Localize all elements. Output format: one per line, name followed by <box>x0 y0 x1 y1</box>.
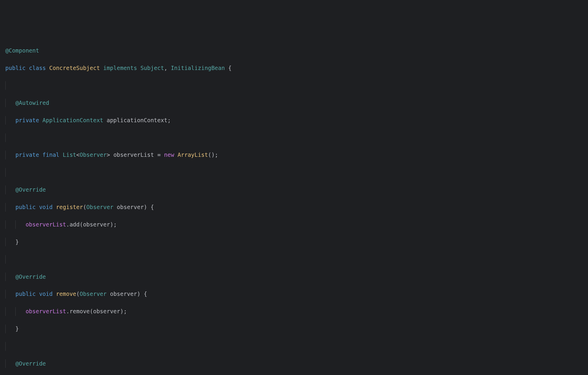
punctuation: ( <box>90 308 93 314</box>
annotation-name: Override <box>19 186 46 193</box>
punctuation: ); <box>120 308 127 314</box>
keyword-final: final <box>43 151 59 158</box>
field-name: observerList <box>113 151 154 158</box>
keyword-void: void <box>39 204 53 210</box>
code-line: } <box>5 325 583 333</box>
code-line-blank <box>5 168 583 177</box>
type-name: Observer <box>80 151 107 158</box>
annotation-name: Override <box>19 273 46 280</box>
keyword-class: class <box>29 65 46 71</box>
punctuation: . <box>66 221 69 228</box>
punctuation: ) { <box>137 291 147 297</box>
brace: { <box>225 65 232 71</box>
code-line: @Component <box>5 46 583 55</box>
annotation-at: @ <box>5 47 9 54</box>
punctuation: . <box>66 308 69 314</box>
code-line-blank <box>5 81 583 90</box>
method-name: remove <box>56 291 76 297</box>
annotation-name: Component <box>9 47 39 54</box>
keyword-public: public <box>15 291 36 297</box>
punctuation: ( <box>80 221 83 228</box>
annotation-name: Autowired <box>19 100 49 106</box>
type-name: ApplicationContext <box>43 117 103 123</box>
code-line: @Override <box>5 359 583 368</box>
field-name: applicationContext <box>107 117 167 123</box>
brace: } <box>15 239 19 245</box>
code-line: @Autowired <box>5 99 583 107</box>
annotation-at: @ <box>15 186 19 193</box>
annotation-name: Override <box>19 360 46 367</box>
param-name: observer <box>110 291 137 297</box>
type-name: Observer <box>80 291 107 297</box>
class-name: ConcreteSubject <box>49 65 100 71</box>
method-call: add <box>69 221 79 228</box>
keyword-public: public <box>5 65 26 71</box>
code-line: @Override <box>5 273 583 281</box>
param-name: observer <box>117 204 144 210</box>
keyword-void: void <box>39 291 53 297</box>
keyword-public: public <box>15 204 36 210</box>
field-ref: observerList <box>26 308 66 314</box>
code-line: observerList.add(observer); <box>5 220 583 229</box>
code-line: private ApplicationContext applicationCo… <box>5 116 583 125</box>
method-name: register <box>56 204 83 210</box>
type-name: List <box>63 151 76 158</box>
punctuation: ); <box>110 221 117 228</box>
interface-name: InitializingBean <box>171 65 225 71</box>
code-line: @Override <box>5 185 583 194</box>
punctuation: < <box>76 151 79 158</box>
keyword-private: private <box>15 117 39 123</box>
code-line: public class ConcreteSubject implements … <box>5 64 583 72</box>
brace: } <box>15 325 19 332</box>
code-line-blank <box>5 342 583 350</box>
code-line-blank <box>5 255 583 264</box>
punctuation: (); <box>208 151 218 158</box>
punctuation: , <box>164 65 167 71</box>
annotation-at: @ <box>15 360 19 367</box>
punctuation: ) { <box>144 204 154 210</box>
code-editor[interactable]: @Component public class ConcreteSubject … <box>5 38 583 375</box>
keyword-implements: implements <box>103 65 137 71</box>
punctuation: ( <box>76 291 79 297</box>
punctuation: = <box>154 151 164 158</box>
punctuation: ( <box>83 204 86 210</box>
code-line-blank <box>5 133 583 142</box>
arg-name: observer <box>93 308 120 314</box>
code-line: } <box>5 238 583 246</box>
punctuation: > <box>107 151 110 158</box>
method-call: remove <box>69 308 90 314</box>
punctuation: ; <box>167 117 171 123</box>
annotation-at: @ <box>15 273 19 280</box>
code-line: observerList.remove(observer); <box>5 307 583 316</box>
code-line: public void register(Observer observer) … <box>5 203 583 211</box>
type-name: Observer <box>86 204 114 210</box>
code-line: public void remove(Observer observer) { <box>5 290 583 298</box>
annotation-at: @ <box>15 100 19 106</box>
keyword-private: private <box>15 151 39 158</box>
arg-name: observer <box>83 221 110 228</box>
code-line: private final List<Observer> observerLis… <box>5 151 583 159</box>
type-name: ArrayList <box>178 151 208 158</box>
keyword-new: new <box>164 151 174 158</box>
field-ref: observerList <box>26 221 66 228</box>
interface-name: Subject <box>141 65 164 71</box>
